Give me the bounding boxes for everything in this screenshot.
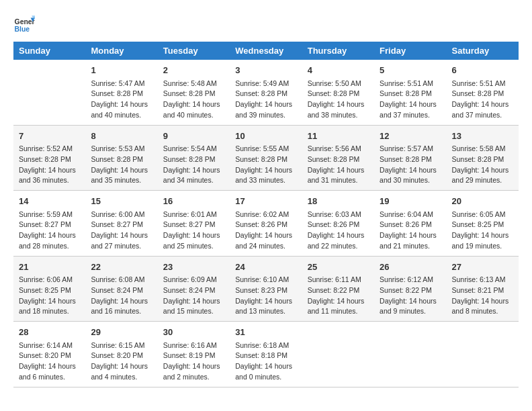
calendar-cell: 6Sunrise: 5:51 AM Sunset: 8:28 PM Daylig… [447, 60, 519, 125]
day-number: 3 [235, 64, 296, 77]
calendar-table: SundayMondayTuesdayWednesdayThursdayFrid… [13, 42, 519, 387]
day-info: Sunrise: 6:16 AM Sunset: 8:19 PM Dayligh… [163, 340, 224, 383]
calendar-cell: 8Sunrise: 5:53 AM Sunset: 8:28 PM Daylig… [85, 125, 157, 191]
day-info: Sunrise: 5:56 AM Sunset: 8:28 PM Dayligh… [308, 144, 369, 186]
calendar-cell: 15Sunrise: 6:00 AM Sunset: 8:27 PM Dayli… [85, 191, 157, 257]
calendar-cell: 14Sunrise: 5:59 AM Sunset: 8:27 PM Dayli… [13, 191, 85, 257]
calendar-cell: 11Sunrise: 5:56 AM Sunset: 8:28 PM Dayli… [302, 125, 374, 191]
calendar-cell: 21Sunrise: 6:06 AM Sunset: 8:25 PM Dayli… [13, 256, 85, 322]
calendar-cell: 10Sunrise: 5:55 AM Sunset: 8:28 PM Dayli… [230, 125, 302, 191]
week-row-5: 28Sunrise: 6:14 AM Sunset: 8:20 PM Dayli… [13, 322, 519, 387]
day-number: 30 [163, 326, 224, 339]
day-number: 4 [308, 64, 369, 77]
day-info: Sunrise: 6:05 AM Sunset: 8:25 PM Dayligh… [452, 210, 513, 252]
day-info: Sunrise: 6:06 AM Sunset: 8:25 PM Dayligh… [19, 275, 80, 317]
calendar-cell [13, 60, 85, 125]
day-number: 9 [163, 130, 224, 143]
calendar-cell: 16Sunrise: 6:01 AM Sunset: 8:27 PM Dayli… [158, 191, 230, 257]
day-number: 7 [19, 130, 80, 143]
calendar-cell: 1Sunrise: 5:47 AM Sunset: 8:28 PM Daylig… [85, 60, 157, 125]
calendar-cell: 27Sunrise: 6:13 AM Sunset: 8:21 PM Dayli… [447, 256, 519, 322]
day-info: Sunrise: 5:54 AM Sunset: 8:28 PM Dayligh… [163, 144, 224, 186]
calendar-cell: 9Sunrise: 5:54 AM Sunset: 8:28 PM Daylig… [158, 125, 230, 191]
day-info: Sunrise: 6:08 AM Sunset: 8:24 PM Dayligh… [91, 275, 152, 317]
calendar-cell: 24Sunrise: 6:10 AM Sunset: 8:23 PM Dayli… [230, 256, 302, 322]
day-info: Sunrise: 5:58 AM Sunset: 8:28 PM Dayligh… [452, 144, 513, 186]
day-info: Sunrise: 6:04 AM Sunset: 8:26 PM Dayligh… [380, 210, 441, 252]
calendar-cell [374, 322, 446, 387]
day-info: Sunrise: 5:57 AM Sunset: 8:28 PM Dayligh… [380, 144, 441, 186]
column-header-tuesday: Tuesday [158, 42, 230, 60]
svg-text:Blue: Blue [15, 26, 30, 33]
day-number: 14 [19, 195, 80, 208]
logo-icon: General Blue [13, 13, 35, 35]
calendar-cell: 18Sunrise: 6:03 AM Sunset: 8:26 PM Dayli… [302, 191, 374, 257]
logo: General Blue [13, 13, 39, 35]
day-info: Sunrise: 5:52 AM Sunset: 8:28 PM Dayligh… [19, 144, 80, 186]
day-info: Sunrise: 6:02 AM Sunset: 8:26 PM Dayligh… [235, 210, 296, 252]
column-header-sunday: Sunday [13, 42, 85, 60]
column-header-wednesday: Wednesday [230, 42, 302, 60]
day-number: 16 [163, 195, 224, 208]
day-info: Sunrise: 6:09 AM Sunset: 8:24 PM Dayligh… [163, 275, 224, 317]
day-number: 27 [452, 261, 513, 274]
calendar-cell: 3Sunrise: 5:49 AM Sunset: 8:28 PM Daylig… [230, 60, 302, 125]
week-row-3: 14Sunrise: 5:59 AM Sunset: 8:27 PM Dayli… [13, 191, 519, 257]
calendar-cell: 29Sunrise: 6:15 AM Sunset: 8:20 PM Dayli… [85, 322, 157, 387]
calendar-cell: 31Sunrise: 6:18 AM Sunset: 8:18 PM Dayli… [230, 322, 302, 387]
calendar-cell: 26Sunrise: 6:12 AM Sunset: 8:22 PM Dayli… [374, 256, 446, 322]
calendar-cell: 20Sunrise: 6:05 AM Sunset: 8:25 PM Dayli… [447, 191, 519, 257]
day-info: Sunrise: 6:15 AM Sunset: 8:20 PM Dayligh… [91, 340, 152, 383]
day-info: Sunrise: 6:11 AM Sunset: 8:22 PM Dayligh… [308, 275, 369, 317]
column-header-thursday: Thursday [302, 42, 374, 60]
day-info: Sunrise: 5:50 AM Sunset: 8:28 PM Dayligh… [308, 79, 369, 121]
day-info: Sunrise: 5:55 AM Sunset: 8:28 PM Dayligh… [235, 144, 296, 186]
day-info: Sunrise: 6:18 AM Sunset: 8:18 PM Dayligh… [235, 340, 296, 383]
day-info: Sunrise: 6:01 AM Sunset: 8:27 PM Dayligh… [163, 210, 224, 252]
calendar-cell [447, 322, 519, 387]
day-number: 18 [308, 195, 369, 208]
day-number: 20 [452, 195, 513, 208]
calendar-cell: 4Sunrise: 5:50 AM Sunset: 8:28 PM Daylig… [302, 60, 374, 125]
day-info: Sunrise: 5:51 AM Sunset: 8:28 PM Dayligh… [452, 79, 513, 121]
day-info: Sunrise: 5:51 AM Sunset: 8:28 PM Dayligh… [380, 79, 441, 121]
day-info: Sunrise: 5:59 AM Sunset: 8:27 PM Dayligh… [19, 210, 80, 252]
day-number: 31 [235, 326, 296, 339]
page-header: General Blue [13, 13, 519, 35]
day-number: 5 [380, 64, 441, 77]
calendar-cell: 17Sunrise: 6:02 AM Sunset: 8:26 PM Dayli… [230, 191, 302, 257]
calendar-cell: 13Sunrise: 5:58 AM Sunset: 8:28 PM Dayli… [447, 125, 519, 191]
calendar-cell: 2Sunrise: 5:48 AM Sunset: 8:28 PM Daylig… [158, 60, 230, 125]
day-number: 11 [308, 130, 369, 143]
day-number: 26 [380, 261, 441, 274]
day-number: 28 [19, 326, 80, 339]
day-number: 19 [380, 195, 441, 208]
day-number: 25 [308, 261, 369, 274]
day-number: 29 [91, 326, 152, 339]
day-info: Sunrise: 6:12 AM Sunset: 8:22 PM Dayligh… [380, 275, 441, 317]
calendar-cell [302, 322, 374, 387]
day-number: 1 [91, 64, 152, 77]
calendar-cell: 25Sunrise: 6:11 AM Sunset: 8:22 PM Dayli… [302, 256, 374, 322]
week-row-2: 7Sunrise: 5:52 AM Sunset: 8:28 PM Daylig… [13, 125, 519, 191]
day-info: Sunrise: 6:03 AM Sunset: 8:26 PM Dayligh… [308, 210, 369, 252]
day-info: Sunrise: 5:47 AM Sunset: 8:28 PM Dayligh… [91, 79, 152, 121]
calendar-cell: 23Sunrise: 6:09 AM Sunset: 8:24 PM Dayli… [158, 256, 230, 322]
week-row-4: 21Sunrise: 6:06 AM Sunset: 8:25 PM Dayli… [13, 256, 519, 322]
day-number: 23 [163, 261, 224, 274]
day-number: 22 [91, 261, 152, 274]
calendar-cell: 19Sunrise: 6:04 AM Sunset: 8:26 PM Dayli… [374, 191, 446, 257]
day-number: 6 [452, 64, 513, 77]
day-number: 2 [163, 64, 224, 77]
day-info: Sunrise: 6:13 AM Sunset: 8:21 PM Dayligh… [452, 275, 513, 317]
day-number: 13 [452, 130, 513, 143]
column-header-saturday: Saturday [447, 42, 519, 60]
day-number: 24 [235, 261, 296, 274]
day-info: Sunrise: 5:49 AM Sunset: 8:28 PM Dayligh… [235, 79, 296, 121]
calendar-cell: 28Sunrise: 6:14 AM Sunset: 8:20 PM Dayli… [13, 322, 85, 387]
column-header-friday: Friday [374, 42, 446, 60]
day-number: 17 [235, 195, 296, 208]
day-number: 8 [91, 130, 152, 143]
column-header-monday: Monday [85, 42, 157, 60]
day-info: Sunrise: 5:48 AM Sunset: 8:28 PM Dayligh… [163, 79, 224, 121]
